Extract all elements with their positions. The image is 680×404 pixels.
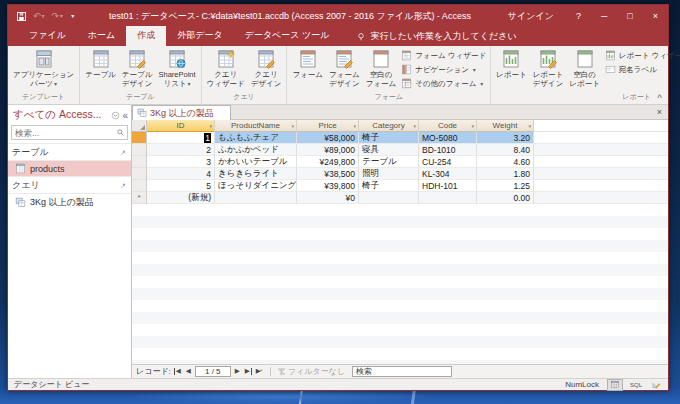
table-cell[interactable]: 3 xyxy=(147,156,215,168)
table-cell[interactable]: テーブル xyxy=(359,156,419,168)
ribbon-button-3-0[interactable]: フォーム xyxy=(289,47,326,92)
ribbon-button-1-0[interactable]: テーブル xyxy=(82,47,119,92)
sql-view-button[interactable]: SQL xyxy=(629,380,643,390)
nav-section-header-0[interactable]: テーブル xyxy=(8,143,131,161)
document-close-icon[interactable]: × xyxy=(651,105,668,119)
table-cell[interactable]: KL-304 xyxy=(419,168,477,180)
ribbon-tab-0[interactable]: ファイル xyxy=(18,26,77,46)
column-dropdown-icon[interactable]: ▾ xyxy=(353,123,356,129)
ribbon-button-4-1[interactable]: レポートデザイン xyxy=(530,47,567,92)
ribbon-button-0-0[interactable]: アプリケーションパーツ▾ xyxy=(10,47,77,92)
table-cell[interactable]: (新規) xyxy=(147,192,215,204)
record-selector[interactable] xyxy=(132,144,147,156)
nav-pane-menu-icon[interactable] xyxy=(111,111,120,120)
nav-section-header-1[interactable]: クエリ xyxy=(8,176,131,194)
column-header-weight[interactable]: Weight▾ xyxy=(477,120,534,132)
table-cell[interactable]: 8.40 xyxy=(477,144,534,156)
ribbon-small-button-3-2[interactable]: その他のフォーム▾ xyxy=(401,78,486,89)
table-cell[interactable]: CU-254 xyxy=(419,156,477,168)
table-cell[interactable]: 1.80 xyxy=(477,168,534,180)
new-record-button[interactable]: ▶* xyxy=(255,368,264,376)
table-cell[interactable]: 4.60 xyxy=(477,156,534,168)
close-button[interactable]: × xyxy=(643,5,668,27)
document-tab[interactable]: 3Kg 以上の製品 xyxy=(132,105,231,120)
table-cell[interactable]: ほっそりダイニングテ xyxy=(215,180,297,192)
datasheet-select-all-corner[interactable] xyxy=(132,120,147,132)
column-dropdown-icon[interactable]: ▾ xyxy=(471,123,474,129)
table-cell[interactable]: ¥38,500 xyxy=(297,168,359,180)
table-cell[interactable]: 4 xyxy=(147,168,215,180)
maximize-button[interactable]: □ xyxy=(617,5,642,27)
ribbon-small-button-4-0[interactable]: レポート ウィザード xyxy=(605,50,680,61)
record-position-box[interactable]: 1 / 5 xyxy=(195,366,231,377)
undo-button[interactable]: ↶▾ xyxy=(33,12,45,21)
table-cell[interactable]: 2 xyxy=(147,144,215,156)
ribbon-small-button-3-0[interactable]: フォーム ウィザード xyxy=(401,50,486,61)
table-cell[interactable]: きらきらライト xyxy=(215,168,297,180)
column-dropdown-icon[interactable]: ▾ xyxy=(528,123,531,129)
table-cell[interactable]: 1.25 xyxy=(477,180,534,192)
ribbon-button-4-0[interactable]: レポート xyxy=(493,47,530,92)
ribbon-tab-2[interactable]: 作成 xyxy=(126,26,166,46)
help-button[interactable]: ? xyxy=(566,5,591,27)
table-cell[interactable]: かわいいテーブル xyxy=(215,156,297,168)
table-cell[interactable]: ¥58,000 xyxy=(297,132,359,144)
table-cell[interactable]: ¥39,800 xyxy=(297,180,359,192)
record-selector[interactable] xyxy=(132,168,147,180)
ribbon-button-1-2[interactable]: SharePointリスト▾ xyxy=(155,47,198,92)
record-selector[interactable] xyxy=(132,156,147,168)
table-cell[interactable]: ¥89,000 xyxy=(297,144,359,156)
collapse-ribbon-button[interactable]: ^ xyxy=(657,93,662,102)
qat-customize-button[interactable]: ▾ xyxy=(70,13,74,19)
ribbon-button-3-2[interactable]: 空白のフォーム xyxy=(363,47,400,92)
column-header-code[interactable]: Code▾ xyxy=(419,120,477,132)
ribbon-tab-1[interactable]: ホーム xyxy=(77,26,126,46)
ribbon-tab-3[interactable]: 外部データ xyxy=(166,26,233,46)
table-cell[interactable]: ¥0 xyxy=(297,192,359,204)
ribbon-button-2-0[interactable]: クエリウィザード xyxy=(204,47,248,92)
filter-status[interactable]: フィルターなし xyxy=(277,366,345,377)
table-cell[interactable]: 0.00 xyxy=(477,192,534,204)
previous-record-button[interactable]: ◀ xyxy=(185,368,192,375)
ribbon-small-button-4-1[interactable]: 宛名ラベル xyxy=(605,64,680,75)
new-record-selector[interactable]: * xyxy=(132,192,147,204)
nav-search-box[interactable] xyxy=(11,125,128,140)
table-cell[interactable]: MO-5080 xyxy=(419,132,477,144)
column-header-id[interactable]: ID▾ xyxy=(147,120,215,132)
table-cell[interactable]: ¥249,800 xyxy=(297,156,359,168)
save-icon[interactable] xyxy=(17,12,26,21)
column-header-category[interactable]: Category▾ xyxy=(359,120,419,132)
table-cell[interactable]: 照明 xyxy=(359,168,419,180)
table-cell[interactable]: BD-1010 xyxy=(419,144,477,156)
table-cell[interactable]: 5 xyxy=(147,180,215,192)
table-cell[interactable]: 3.20 xyxy=(477,132,534,144)
datasheet-view-button[interactable] xyxy=(607,379,623,391)
record-search-box[interactable]: 検索 xyxy=(352,366,452,377)
table-cell[interactable]: HDH-101 xyxy=(419,180,477,192)
first-record-button[interactable]: ◀ xyxy=(174,368,182,375)
table-cell[interactable]: 寝具 xyxy=(359,144,419,156)
column-dropdown-icon[interactable]: ▾ xyxy=(291,123,294,129)
nav-pane-shutter-icon[interactable]: « xyxy=(122,110,128,121)
record-selector[interactable] xyxy=(132,132,147,144)
table-cell[interactable]: ふかふかベッド xyxy=(215,144,297,156)
nav-search-input[interactable] xyxy=(12,128,116,138)
column-dropdown-icon[interactable]: ▾ xyxy=(413,123,416,129)
record-selector[interactable] xyxy=(132,180,147,192)
table-cell[interactable]: もふもふチェア xyxy=(215,132,297,144)
table-cell[interactable] xyxy=(419,192,477,204)
last-record-button[interactable]: ▶ xyxy=(244,368,252,375)
ribbon-button-3-1[interactable]: フォームデザイン xyxy=(326,47,363,92)
tell-me-box[interactable]: 実行したい作業を入力してください xyxy=(356,30,516,46)
next-record-button[interactable]: ▶ xyxy=(234,368,241,375)
table-cell[interactable]: 1 xyxy=(147,132,215,144)
ribbon-small-button-3-1[interactable]: ナビゲーション▾ xyxy=(401,64,486,75)
minimize-button[interactable]: ─ xyxy=(591,5,617,27)
nav-item-1-0[interactable]: 3Kg 以上の製品 xyxy=(8,194,131,211)
ribbon-button-1-1[interactable]: テーブルデザイン xyxy=(119,47,156,92)
table-cell[interactable] xyxy=(215,192,297,204)
column-header-price[interactable]: Price▾ xyxy=(297,120,359,132)
table-cell[interactable]: 椅子 xyxy=(359,132,419,144)
column-header-productname[interactable]: ProductName▾ xyxy=(215,120,297,132)
column-dropdown-icon[interactable]: ▾ xyxy=(209,123,212,129)
